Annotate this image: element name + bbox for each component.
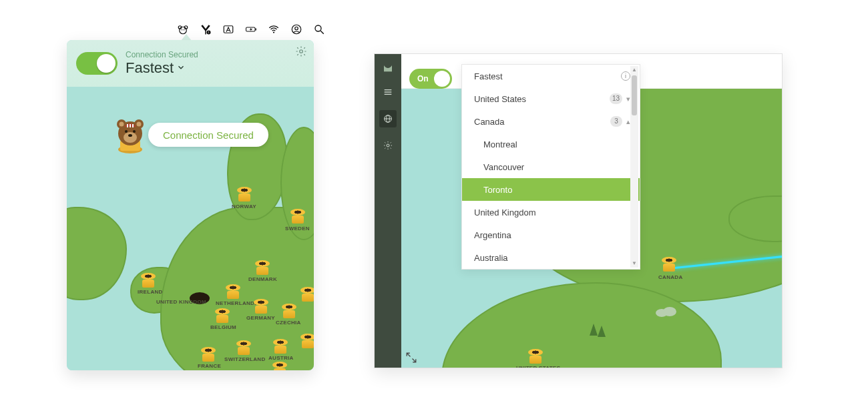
globe-icon[interactable] <box>379 110 397 127</box>
map-tunnel[interactable] <box>273 339 288 354</box>
connection-toggle[interactable] <box>76 52 118 75</box>
map-tunnel[interactable] <box>255 260 270 275</box>
svg-rect-29 <box>132 124 134 127</box>
svg-marker-41 <box>590 324 598 336</box>
map-decor <box>588 322 608 340</box>
scrollbar[interactable]: ▲ ▼ <box>630 66 638 268</box>
map-tunnel[interactable] <box>254 299 268 314</box>
location-row-city-selected[interactable]: Toronto <box>462 178 640 201</box>
location-label: Canada <box>474 117 505 127</box>
map-country-label: UNITED KINGDOM <box>156 299 206 305</box>
location-row-canada[interactable]: Canada 3 ▴ <box>462 110 640 133</box>
map-country-label: NORWAY <box>232 203 256 210</box>
svg-point-23 <box>124 132 137 143</box>
map-label-us: UNITED STATES <box>516 365 560 368</box>
collapse-icon[interactable] <box>405 352 417 364</box>
svg-point-36 <box>387 144 389 147</box>
location-row[interactable]: United Kingdom <box>462 201 640 224</box>
tunnelbear-windows-app: On CANADA UNITED STATES Fastest i <box>374 53 783 368</box>
app-logo-icon[interactable] <box>382 62 394 74</box>
scroll-thumb[interactable] <box>632 75 637 115</box>
connection-banner: Connection Secured <box>107 115 268 155</box>
map-country-label: BELGIUM <box>210 324 236 330</box>
bear-illustration <box>107 115 154 155</box>
app-sidebar <box>375 54 401 368</box>
hamburger-icon[interactable] <box>382 86 394 98</box>
server-count-badge: 13 <box>610 93 622 104</box>
gear-icon[interactable] <box>295 45 307 57</box>
popover-map[interactable]: Connection Secured NORWAY SWEDEN IRELAND… <box>67 87 314 370</box>
map-country-label: NETHERLANDS <box>216 300 258 306</box>
map-country-label: CZECHIA <box>276 320 301 326</box>
macos-menubar: i <box>177 22 325 37</box>
svg-point-44 <box>663 307 676 316</box>
popover-header: Connection Secured Fastest <box>67 40 314 87</box>
map-tunnel[interactable] <box>226 284 240 299</box>
location-row-fastest[interactable]: Fastest i <box>462 65 640 87</box>
keyboard-input-menubar-icon[interactable] <box>222 23 234 35</box>
svg-point-26 <box>128 134 132 137</box>
battery-charging-menubar-icon[interactable] <box>245 23 257 35</box>
map-country-label: AUSTRIA <box>268 355 294 361</box>
wifi-menubar-icon[interactable] <box>268 23 280 35</box>
map-tunnel[interactable] <box>237 187 252 201</box>
map-tunnel[interactable] <box>201 347 216 362</box>
svg-rect-27 <box>127 124 128 127</box>
map-tunnel-canada[interactable] <box>662 257 676 272</box>
city-label: Montreal <box>483 139 517 149</box>
map-label-canada: CANADA <box>658 274 682 280</box>
map-tunnel[interactable] <box>300 334 314 348</box>
location-label: United States <box>474 94 526 104</box>
map-tunnel-us[interactable] <box>528 349 543 364</box>
location-label: Fastest <box>474 71 503 81</box>
location-row-city[interactable]: Vancouver <box>462 155 640 178</box>
malware-menubar-icon[interactable]: i <box>200 23 212 35</box>
map-country-label: DENMARK <box>248 276 277 282</box>
svg-point-3 <box>182 29 183 31</box>
location-label: United Kingdom <box>474 208 536 218</box>
map-tunnel[interactable] <box>282 304 296 318</box>
location-row-us[interactable]: United States 13 ▾ <box>462 87 640 110</box>
city-label: Toronto <box>483 185 512 195</box>
tunnelbear-mac-popover: Connection Secured Fastest <box>67 40 314 370</box>
connection-banner-text: Connection Secured <box>148 123 268 147</box>
city-label: Vancouver <box>483 162 524 172</box>
svg-point-10 <box>273 31 274 33</box>
svg-marker-42 <box>598 326 606 337</box>
scroll-up-icon[interactable]: ▲ <box>630 66 638 74</box>
location-row[interactable]: Argentina <box>462 224 640 246</box>
map-country-label: FRANCE <box>198 363 221 369</box>
connection-toggle[interactable]: On <box>409 69 452 89</box>
map-tunnel[interactable] <box>300 287 314 302</box>
connection-status-small: Connection Secured <box>126 50 198 59</box>
svg-point-21 <box>120 122 124 127</box>
map-tunnel[interactable] <box>141 273 156 288</box>
map-tunnel[interactable] <box>236 340 251 355</box>
location-label: Argentina <box>474 230 511 240</box>
search-menubar-icon[interactable] <box>313 23 325 35</box>
server-count-badge: 3 <box>610 116 622 127</box>
chevron-down-icon <box>176 62 186 75</box>
gear-icon[interactable] <box>382 139 394 151</box>
location-label: Australia <box>474 253 508 263</box>
location-row-city[interactable]: Montreal <box>462 133 640 155</box>
map-tunnel[interactable] <box>272 362 287 370</box>
svg-point-13 <box>315 25 321 31</box>
svg-text:i: i <box>208 31 209 34</box>
map-tunnel[interactable] <box>290 209 305 224</box>
svg-point-22 <box>137 122 142 127</box>
info-icon[interactable]: i <box>621 71 630 81</box>
svg-rect-9 <box>255 29 256 31</box>
location-row[interactable]: Australia <box>462 246 640 269</box>
location-title: Fastest <box>126 59 174 77</box>
location-list-panel: Fastest i United States 13 ▾ Canada 3 ▴ … <box>461 64 640 270</box>
scroll-down-icon[interactable]: ▼ <box>630 260 638 268</box>
location-selector[interactable]: Fastest <box>126 59 198 77</box>
svg-point-12 <box>295 27 298 30</box>
svg-rect-28 <box>130 124 131 127</box>
svg-point-4 <box>184 29 185 31</box>
user-menubar-icon[interactable] <box>290 23 302 35</box>
map-country-label: GERMANY <box>246 315 275 321</box>
map-tunnel[interactable] <box>215 308 230 323</box>
svg-point-25 <box>133 130 136 133</box>
